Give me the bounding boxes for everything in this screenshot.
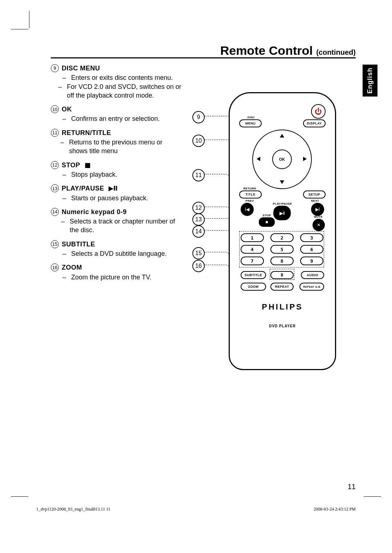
bullet-text: Stops playback.: [71, 170, 117, 179]
bullet-dash: –: [61, 273, 68, 282]
dpad-right-icon: [303, 157, 307, 161]
section: 12STOP■–Stops playback.: [51, 161, 181, 179]
section-heading: 12STOP■: [51, 161, 181, 169]
section: 15SUBTITLE–Selects a DVD subtitle langua…: [51, 240, 181, 258]
title-main: Remote Control: [220, 44, 316, 57]
bullet-item: –Selects a track or chapter number of th…: [60, 217, 181, 235]
callout-number: 13: [192, 213, 205, 226]
bullet-dash: –: [61, 73, 68, 82]
dpad-down-icon: [280, 180, 284, 184]
section-heading: 14Numeric keypad 0-9: [51, 208, 181, 216]
prev-label: PREV: [239, 199, 260, 202]
callout-10: 10: [192, 135, 205, 147]
section-number: 12: [51, 161, 59, 169]
section-title: SUBTITLE: [62, 240, 95, 249]
bullet-item: –Stops playback.: [61, 170, 117, 179]
disc-menu-button: MENU: [239, 119, 262, 127]
keypad-8: 8: [270, 257, 294, 265]
section-number: 11: [51, 129, 59, 137]
bullet-dash: –: [57, 82, 63, 100]
bullet-item: –Confirms an entry or selection.: [61, 114, 160, 123]
bullet-text: Enters or exits disc contents menu.: [71, 73, 173, 82]
remote-diagram: 910111213141516 ⏻ DISC MENU DISPLAY OK: [192, 64, 345, 390]
section-title: RETURN/TITLE: [62, 128, 111, 137]
section-title: ZOOM: [62, 263, 82, 272]
next-label: NEXT: [305, 199, 326, 202]
bullet-dash: –: [61, 194, 68, 202]
next-button: ▶I: [311, 203, 324, 216]
section-number: 15: [51, 240, 59, 248]
section-title: PLAY/PAUSE: [62, 184, 104, 193]
repeat-ab-button: REPEAT A-B: [299, 283, 324, 291]
keypad-4: 4: [241, 245, 264, 254]
page-number: 11: [348, 483, 356, 491]
audio-button: AUDIO: [301, 271, 324, 279]
bullet-dash: –: [61, 114, 68, 123]
bullet-text: Zoom the picture on the TV.: [71, 273, 151, 282]
callout-13: 13: [192, 213, 205, 226]
setup-button: SETUP: [303, 191, 326, 198]
return-label: RETURN: [239, 187, 260, 190]
bullet-text: For VCD 2.0 and SVCD, switches on or off…: [67, 82, 181, 100]
remote-outline: ⏻ DISC MENU DISPLAY OK RETURN TITLE: [229, 92, 336, 370]
dpad-up-icon: [280, 134, 284, 138]
descriptions-column: 9DISC MENU–Enters or exits disc contents…: [51, 64, 181, 282]
section-symbol-icon: ■: [85, 161, 90, 169]
bullet-item: –Enters or exits disc contents menu.: [61, 73, 173, 82]
section: 13PLAY/PAUSE▶II–Starts or pauses playbac…: [51, 184, 181, 202]
section-title: OK: [62, 105, 72, 114]
section-heading: 15SUBTITLE: [51, 240, 181, 249]
crop-mark: [11, 496, 28, 497]
section-heading: 11RETURN/TITLE: [51, 128, 181, 137]
callout-number: 12: [192, 202, 205, 214]
callout-16: 16: [192, 260, 205, 272]
bullet-item: –Returns to the previous menu or shows t…: [59, 138, 181, 156]
bullet-dash: –: [61, 249, 68, 258]
callout-number: 15: [192, 247, 205, 259]
display-button: DISPLAY: [303, 119, 326, 127]
section-number: 13: [51, 184, 59, 192]
callout-12: 12: [192, 202, 205, 214]
crop-mark: [29, 11, 29, 28]
title-rule: [51, 57, 356, 58]
ok-button: OK: [272, 149, 292, 169]
section: 9DISC MENU–Enters or exits disc contents…: [51, 64, 181, 100]
callout-14: 14: [192, 225, 205, 238]
bullet-text: Confirms an entry or selection.: [71, 114, 160, 123]
section-number: 14: [51, 208, 59, 216]
section-heading: 10OK: [51, 105, 181, 114]
mute-button: ✕: [313, 219, 325, 231]
crop-mark: [11, 29, 28, 29]
section: 16ZOOM–Zoom the picture on the TV.: [51, 263, 181, 282]
section: 10OK–Confirms an entry or selection.: [51, 105, 181, 123]
dpad-left-icon: [257, 157, 260, 161]
playpause-label: PLAY/PAUSE: [271, 202, 293, 205]
section-title: STOP: [62, 161, 80, 169]
brand-logo: PHILIPS: [230, 302, 335, 312]
bullet-item: –For VCD 2.0 and SVCD, switches on or of…: [57, 82, 181, 100]
zoom-button: ZOOM: [241, 283, 266, 291]
stop-label: STOP: [260, 214, 274, 217]
callout-number: 10: [192, 135, 205, 147]
callout-9: 9: [192, 111, 205, 123]
title-continued: (continued): [316, 48, 356, 56]
section-number: 9: [51, 64, 59, 72]
subtitle-button: SUBTITLE: [241, 271, 266, 279]
section: 14Numeric keypad 0-9–Selects a track or …: [51, 208, 181, 235]
section-number: 10: [51, 105, 59, 113]
section-heading: 16ZOOM: [51, 263, 181, 272]
title-button: TITLE: [239, 191, 262, 198]
keypad-6: 6: [300, 245, 323, 254]
callout-number: 16: [192, 260, 205, 272]
footer-timestamp: 2008-03-24 2:43:12 PM: [314, 507, 356, 512]
prev-button: I◀: [241, 203, 254, 216]
stop-button: ■: [259, 217, 275, 227]
repeat-button: REPEAT: [270, 283, 294, 291]
callout-15: 15: [192, 247, 205, 259]
bullet-dash: –: [59, 138, 65, 156]
keypad-3: 3: [300, 233, 323, 242]
footer-filename: 1_dvp1120-2008_93_eng1_final813.11 11: [36, 507, 110, 512]
bullet-dash: –: [60, 217, 66, 235]
bullet-item: –Starts or pauses playback.: [61, 194, 148, 202]
callout-number: 9: [192, 111, 205, 123]
